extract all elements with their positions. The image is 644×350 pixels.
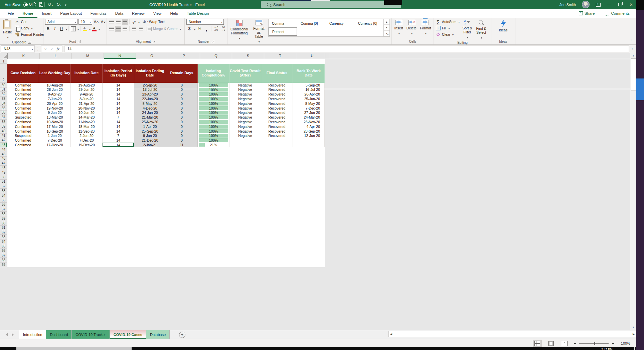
column-header[interactable]: N <box>104 53 136 59</box>
ribbon-tab[interactable]: Table Design <box>182 9 213 18</box>
row-header[interactable]: 44 <box>0 147 7 152</box>
row-header[interactable]: 42 <box>0 138 7 143</box>
cell-isolation-period[interactable]: 14 <box>103 92 134 97</box>
row-header[interactable]: 62 <box>0 230 7 235</box>
cell-case-decision[interactable]: Confirmed <box>7 83 39 88</box>
select-all-corner[interactable] <box>0 53 8 59</box>
ribbon-tab[interactable]: Page Layout <box>56 9 86 18</box>
column-header[interactable]: L <box>40 53 72 59</box>
new-sheet-button[interactable]: + <box>179 332 185 338</box>
cell-style-item[interactable]: Currency <box>326 19 355 27</box>
cell-remain-days[interactable]: 0 <box>166 101 198 106</box>
ribbon-display-options-button[interactable] <box>596 2 601 7</box>
sort-filter-button[interactable]: AZ Sort & Filter <box>461 19 473 40</box>
ribbon-tab[interactable]: File <box>3 9 18 18</box>
cell-last-working-day[interactable]: 10-Sep-20 <box>39 129 71 134</box>
cell-isolation-period[interactable]: 7 <box>103 134 134 138</box>
empty-cells[interactable] <box>7 147 325 152</box>
table-header-cell[interactable]: Final Status <box>261 64 293 83</box>
cell-final-status[interactable]: Recovered <box>261 124 293 129</box>
name-box-dropdown-icon[interactable] <box>31 47 33 51</box>
row-header[interactable]: 50 <box>0 175 7 180</box>
restore-button[interactable] <box>618 2 623 7</box>
cell-remain-days[interactable]: 0 <box>166 92 198 97</box>
row-header[interactable]: 59 <box>0 216 7 221</box>
sheet-tab[interactable]: Dashboard <box>46 330 72 339</box>
scroll-up-icon[interactable]: ▲ <box>630 53 636 58</box>
row-header[interactable]: 31 <box>0 88 7 92</box>
cell-final-status[interactable]: Recovered <box>261 92 293 97</box>
row-header[interactable]: 49 <box>0 170 7 175</box>
cell-covid-test-result[interactable]: Negative <box>229 101 261 106</box>
cell-isolating-completion[interactable]: 100% <box>198 124 229 129</box>
empty-cells[interactable] <box>7 207 325 212</box>
column-header[interactable]: O <box>136 53 168 59</box>
ribbon-tab[interactable]: Insert <box>37 9 56 18</box>
empty-cells[interactable] <box>7 59 325 64</box>
row-header[interactable]: 39 <box>0 124 7 129</box>
row-header[interactable]: 48 <box>0 166 7 170</box>
cell-isolation-period[interactable]: 14 <box>103 129 134 134</box>
empty-cells[interactable] <box>7 193 325 198</box>
italic-button[interactable]: I <box>52 26 58 32</box>
cell-isolation-date[interactable]: 11-Nov-20 <box>71 120 103 124</box>
share-button[interactable]: Share <box>576 11 598 16</box>
table-header-cell[interactable]: Isolation Period (In Days) <box>103 64 134 83</box>
empty-cells[interactable] <box>7 170 325 175</box>
cell-covid-test-result[interactable] <box>229 138 261 143</box>
cell-isolation-ending-date[interactable]: 23-Apr-20 <box>134 92 166 97</box>
cell-isolation-ending-date[interactable]: 24-Jun-20 <box>134 111 166 115</box>
cell-covid-test-result[interactable]: Negative <box>229 83 261 88</box>
cell-last-working-day[interactable]: 17-Dec-20 <box>39 143 71 147</box>
ribbon-tab[interactable]: Home <box>18 9 38 18</box>
increase-font-icon[interactable]: A˄ <box>93 19 99 25</box>
accounting-dropdown-icon[interactable] <box>193 26 195 32</box>
vertical-scroll-thumb[interactable] <box>631 58 636 91</box>
cell-remain-days[interactable]: 11 <box>166 143 198 147</box>
cell-remain-days[interactable]: 0 <box>166 138 198 143</box>
sheet-tab[interactable]: COVID-19 Cases <box>110 330 146 339</box>
percent-style-button[interactable] <box>196 26 202 32</box>
cell-isolating-completion[interactable]: 100% <box>198 106 229 111</box>
row-header[interactable]: 46 <box>0 157 7 161</box>
empty-cells[interactable] <box>7 244 325 249</box>
cell-case-decision[interactable]: Confirmed <box>7 106 39 111</box>
row-header[interactable]: 37 <box>0 115 7 120</box>
cell-final-status[interactable]: Recovered <box>261 111 293 115</box>
cell-remain-days[interactable]: 0 <box>166 129 198 134</box>
font-color-button[interactable]: A <box>91 26 97 32</box>
row-header[interactable]: 58 <box>0 212 7 216</box>
empty-cells[interactable] <box>7 152 325 157</box>
row-header[interactable]: 69 <box>0 262 7 267</box>
sheet-nav-right-icon[interactable] <box>12 333 15 336</box>
cell-isolation-period[interactable]: 7 <box>103 115 134 120</box>
name-box[interactable]: N43 <box>1 45 35 52</box>
empty-cells[interactable] <box>7 203 325 207</box>
cell-isolating-completion[interactable]: 100% <box>198 134 229 138</box>
row-header[interactable]: 61 <box>0 226 7 230</box>
zoom-in-button[interactable]: + <box>612 341 614 346</box>
cell-back-to-work-date[interactable]: 28-Sep-20 <box>293 129 325 134</box>
column-header[interactable]: Q <box>200 53 232 59</box>
row-header[interactable]: 30 <box>0 83 7 88</box>
cell-covid-test-result[interactable] <box>229 143 261 147</box>
row-header[interactable]: 52 <box>0 184 7 189</box>
increase-decimal-button[interactable]: ←0.00 <box>213 26 219 32</box>
cell-isolating-completion[interactable]: 100% <box>198 97 229 101</box>
cell-isolating-completion[interactable]: 100% <box>198 88 229 92</box>
number-dialog-launcher-icon[interactable] <box>211 40 214 43</box>
format-painter-button[interactable]: Format Painter <box>15 31 44 37</box>
empty-cells[interactable] <box>7 235 325 239</box>
column-header[interactable]: U <box>296 53 328 59</box>
cell-covid-test-result[interactable]: Negative <box>229 129 261 134</box>
cell-isolation-date[interactable]: 9-Apr-20 <box>71 92 103 97</box>
cell-isolation-period[interactable]: 14 <box>103 138 134 143</box>
empty-cells[interactable] <box>7 175 325 180</box>
row-header[interactable]: 68 <box>0 258 7 262</box>
cell-case-decision[interactable]: Confirmed <box>7 120 39 124</box>
fill-color-dropdown-icon[interactable] <box>89 26 91 32</box>
cell-covid-test-result[interactable]: Negative <box>229 120 261 124</box>
cell-back-to-work-date[interactable]: 24-Mar-20 <box>293 115 325 120</box>
scroll-left-icon[interactable]: ◀ <box>389 333 393 336</box>
table-header-cell[interactable]: Remain Days <box>166 64 198 83</box>
